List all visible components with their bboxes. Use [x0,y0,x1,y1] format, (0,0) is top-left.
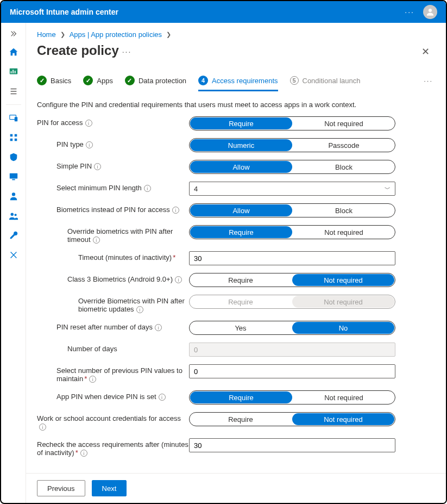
step-basics[interactable]: ✓Basics [37,76,71,85]
info-icon[interactable]: i [85,120,92,127]
person-icon [9,191,18,201]
breadcrumb: Home ❯ Apps | App protection policies ❯ [37,23,435,43]
toggle-class3-biometrics[interactable]: Require Not required [189,273,395,287]
option-require[interactable]: Require [190,273,292,287]
step-conditional-launch[interactable]: 5Conditional launch [290,76,361,85]
info-icon[interactable]: i [172,207,179,214]
wrench-key-icon [9,231,18,240]
option-require[interactable]: Require [190,117,292,129]
option-require[interactable]: Require [190,391,292,403]
people-icon [9,211,18,221]
option-allow[interactable]: Allow [190,204,292,216]
nav-troubleshooting[interactable] [4,246,23,264]
select-min-pin-length[interactable]: 4 ﹀ [189,182,395,196]
checkmark-icon: ✓ [37,76,47,85]
step-data-protection[interactable]: ✓Data protection [125,76,186,85]
nav-dashboard[interactable] [4,63,23,80]
option-yes[interactable]: Yes [190,321,292,334]
option-not-required: Not required [292,296,394,308]
option-no[interactable]: No [292,322,394,334]
titlebar-more-icon[interactable]: ··· [405,8,414,16]
breadcrumb-home[interactable]: Home [37,30,56,39]
row-biometrics-instead: Biometrics instead of PIN for accessi Al… [37,203,435,217]
info-icon[interactable]: i [93,237,100,244]
row-recheck-minutes: Recheck the access requirements after (m… [37,438,435,457]
toggle-biometrics-instead[interactable]: Allow Block [189,203,395,217]
nav-endpoint-security[interactable] [4,148,23,166]
user-avatar[interactable] [423,5,437,19]
option-require[interactable]: Require [190,413,292,426]
field-label: Timeout (minutes of inactivity) [78,253,172,262]
input-timeout-minutes[interactable] [189,251,395,265]
nav-collapse-button[interactable] [4,26,23,41]
svg-rect-2 [10,71,11,73]
page-more-icon[interactable]: ··· [122,47,132,56]
chevron-right-icon: ❯ [60,31,65,38]
nav-users[interactable] [4,188,23,205]
nav-home[interactable] [4,43,23,61]
option-passcode[interactable]: Passcode [293,139,395,152]
nav-devices[interactable] [4,109,23,127]
svg-point-0 [429,9,432,12]
info-icon[interactable]: i [94,163,101,170]
option-not-required[interactable]: Not required [293,226,395,239]
option-not-required[interactable]: Not required [293,391,395,404]
toggle-pin-type[interactable]: Numeric Passcode [189,138,395,152]
row-min-pin-length: Select minimum PIN lengthi 4 ﹀ [37,182,435,196]
toggle-work-account-creds[interactable]: Require Not required [189,412,395,426]
info-icon[interactable]: i [136,306,143,313]
nav-tenant-admin[interactable] [4,227,23,244]
info-icon[interactable]: i [89,376,96,383]
option-not-required[interactable]: Not required [292,274,394,286]
nav-groups[interactable] [4,207,23,225]
input-recheck-minutes[interactable] [189,438,395,452]
info-icon[interactable]: i [80,450,87,457]
toggle-simple-pin[interactable]: Allow Block [189,160,395,174]
option-not-required[interactable]: Not required [293,117,395,130]
input-prev-pin-values[interactable] [189,364,395,378]
field-label: Number of days [67,345,117,353]
field-label: PIN type [56,140,84,148]
app-title: Microsoft Intune admin center [10,8,118,16]
home-icon [9,47,18,57]
toggle-pin-reset-days[interactable]: Yes No [189,321,395,335]
step-apps[interactable]: ✓Apps [83,76,113,85]
step-label: Data protection [138,77,186,85]
info-icon[interactable]: i [155,324,162,331]
step-access-requirements[interactable]: 4Access requirements [198,76,278,91]
field-label: Select number of previous PIN values to … [56,366,182,383]
option-block[interactable]: Block [293,160,395,173]
toggle-app-pin-when-device-pin[interactable]: Require Not required [189,390,395,405]
step-number: 5 [290,76,299,85]
field-label: Work or school account credentials for a… [37,414,181,422]
steps-more-icon[interactable]: ··· [424,77,435,85]
option-require[interactable]: Require [190,226,292,238]
info-icon[interactable]: i [86,141,93,148]
info-icon[interactable]: i [144,185,151,192]
toggle-override-bio-timeout[interactable]: Require Not required [189,225,395,239]
field-label: Override biometrics with PIN after timeo… [67,227,173,244]
close-button[interactable]: ✕ [418,43,433,60]
option-require: Require [190,295,292,308]
option-block[interactable]: Block [293,204,395,217]
info-icon[interactable]: i [175,276,182,283]
info-icon[interactable]: i [159,394,166,401]
option-not-required[interactable]: Not required [292,413,394,425]
toggle-override-bio-updates: Require Not required [189,295,395,309]
svg-point-13 [11,192,15,196]
next-button[interactable]: Next [92,480,127,496]
field-label: Recheck the access requirements after (m… [37,440,188,457]
info-icon[interactable]: i [39,424,46,431]
option-numeric[interactable]: Numeric [190,139,292,151]
svg-rect-12 [12,179,15,181]
nav-reports[interactable] [4,168,23,185]
nav-all-services[interactable] [4,83,23,100]
toggle-pin-for-access[interactable]: Require Not required [189,116,395,130]
field-label: Select minimum PIN length [56,184,142,192]
apps-grid-icon [9,133,18,142]
breadcrumb-apps[interactable]: Apps | App protection policies [70,30,162,39]
previous-button[interactable]: Previous [37,480,85,496]
option-allow[interactable]: Allow [190,161,292,173]
shield-icon [9,152,18,162]
nav-apps[interactable] [4,129,23,146]
